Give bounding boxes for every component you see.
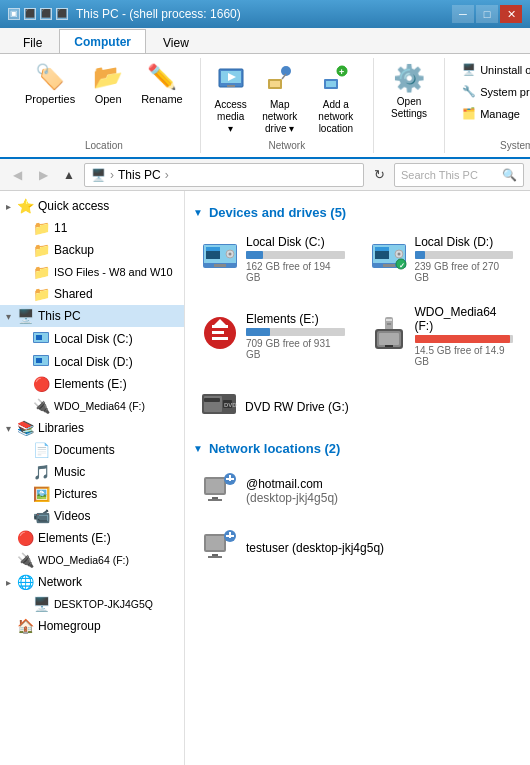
content-area: Devices and drives (5) Lo [185,191,530,765]
svg-rect-40 [387,323,391,325]
ribbon-group-items-system: 🖥️ Uninstall or chan... 🔧 System propert… [455,60,530,123]
map-network-drive-button[interactable]: Map networkdrive ▾ [255,60,305,138]
back-button[interactable]: ◀ [6,164,28,186]
tab-file[interactable]: File [8,31,57,53]
title-bar-icons: ▣ ⬛ ⬛ ⬛ [8,8,68,20]
access-media-icon [217,63,245,97]
tab-computer[interactable]: Computer [59,29,146,53]
uninstall-button[interactable]: 🖥️ Uninstall or chan... [455,60,530,79]
path-end-arrow: › [165,168,169,182]
sidebar-item-backup[interactable]: 📁 Backup [0,239,184,261]
system-properties-button[interactable]: 🔧 System properties [455,82,530,101]
network-hotmail-icon [202,471,238,510]
title-bar: ▣ ⬛ ⬛ ⬛ This PC - (shell process: 1660) … [0,0,530,28]
network-icon: 🌐 [16,574,34,590]
add-network-location-button[interactable]: + Add a networklocation [309,60,363,138]
sidebar-item-homegroup[interactable]: 🏠 Homegroup [0,615,184,637]
this-pc-icon: 🖥️ [16,308,34,324]
icon-e: 🔴 [32,376,50,392]
svg-text:✓: ✓ [398,261,404,268]
sidebar-item-network[interactable]: ▸ 🌐 Network [0,571,184,593]
drive-c-bar [246,251,263,259]
sidebar-item-elements-e2[interactable]: 🔴 Elements (E:) [0,527,184,549]
rename-icon: ✏️ [147,63,177,91]
drive-g-info: DVD RW Drive (G:) [245,400,514,416]
system-properties-label: System properties [480,86,530,98]
open-button[interactable]: 📂 Open [86,60,130,108]
sidebar-item-wdo-f2[interactable]: 🔌 WDO_Media64 (F:) [0,549,184,571]
refresh-button[interactable]: ↻ [368,164,390,186]
sidebar-item-local-c[interactable]: Local Disk (C:) [0,327,184,350]
sidebar-item-libraries[interactable]: ▾ 📚 Libraries [0,417,184,439]
manage-button[interactable]: 🗂️ Manage [455,104,527,123]
sidebar-item-quick-access[interactable]: ▸ ⭐ Quick access [0,195,184,217]
drive-c[interactable]: Local Disk (C:) 162 GB free of 194 GB [193,228,354,290]
sidebar-item-desktop[interactable]: 🖥️ DESKTOP-JKJ4G5Q [0,593,184,615]
drive-g[interactable]: DVD DVD RW Drive (G:) [193,382,522,433]
sidebar-item-videos[interactable]: 📹 Videos [0,505,184,527]
path-separator: › [110,168,114,182]
network-expander: ▸ [0,577,16,588]
drive-f-bar [415,335,511,343]
drive-f[interactable]: WDO_Media64 (F:) 14.5 GB free of 14.9 GB [362,298,523,374]
label-e2: Elements (E:) [38,531,111,545]
network-testuser[interactable]: testuser (desktop-jkj4g5q) [193,521,522,574]
svg-rect-5 [270,81,280,87]
svg-rect-36 [212,331,224,334]
open-settings-label: OpenSettings [391,96,427,120]
label-c: Local Disk (C:) [54,332,133,346]
sidebar-item-local-d[interactable]: Local Disk (D:) [0,350,184,373]
svg-rect-44 [385,345,393,347]
close-button[interactable]: ✕ [500,5,522,23]
sidebar-item-11[interactable]: 📁 11 [0,217,184,239]
svg-point-29 [397,252,400,255]
search-box[interactable]: Search This PC 🔍 [394,163,524,187]
svg-rect-37 [212,337,228,340]
ribbon-group-network: Accessmedia ▾ Map networkdrive ▾ [201,58,374,153]
drive-d[interactable]: ✓ Local Disk (D:) 239 GB free of 270 GB [362,228,523,290]
sidebar-item-elements-e[interactable]: 🔴 Elements (E:) [0,373,184,395]
sidebar-item-shared[interactable]: 📁 Shared [0,283,184,305]
open-settings-button[interactable]: ⚙️ OpenSettings [384,60,434,123]
sidebar-item-wdo-f[interactable]: 🔌 WDO_Media64 (F:) [0,395,184,417]
tab-view[interactable]: View [148,31,204,53]
system-group-label: System [500,140,530,151]
icon-desktop: 🖥️ [32,596,50,612]
drive-f-name: WDO_Media64 (F:) [415,305,514,333]
icon-iso: 📁 [32,264,50,280]
sidebar-item-this-pc[interactable]: ▾ 🖥️ This PC [0,305,184,327]
rename-button[interactable]: ✏️ Rename [134,60,190,108]
drive-c-info: Local Disk (C:) 162 GB free of 194 GB [246,235,345,283]
access-media-button[interactable]: Accessmedia ▾ [211,60,251,138]
sidebar-item-music[interactable]: 🎵 Music [0,461,184,483]
search-icon: 🔍 [502,168,517,182]
forward-button[interactable]: ▶ [32,164,54,186]
properties-label: Properties [25,93,75,105]
app-icon-4: ⬛ [56,8,68,20]
ribbon-group-settings: ⚙️ OpenSettings [374,58,445,153]
icon-documents: 📄 [32,442,50,458]
network-hotmail[interactable]: @hotmail.com (desktop-jkj4g5q) [193,464,522,517]
drive-d-icon: ✓ [371,240,407,279]
maximize-button[interactable]: □ [476,5,498,23]
network-hotmail-label: @hotmail.com (desktop-jkj4g5q) [246,477,338,505]
title-bar-controls: ─ □ ✕ [452,5,522,23]
drive-f-info: WDO_Media64 (F:) 14.5 GB free of 14.9 GB [415,305,514,367]
sidebar-item-iso[interactable]: 📁 ISO Files - W8 and W10 [0,261,184,283]
up-button[interactable]: ▲ [58,164,80,186]
search-placeholder: Search This PC [401,169,498,181]
sidebar-item-documents[interactable]: 📄 Documents [0,439,184,461]
drive-d-info: Local Disk (D:) 239 GB free of 270 GB [415,235,514,283]
drive-e-icon [202,315,238,358]
minimize-button[interactable]: ─ [452,5,474,23]
properties-button[interactable]: 🏷️ Properties [18,60,82,108]
svg-rect-59 [208,556,222,558]
add-network-location-label: Add a networklocation [316,99,356,135]
label-iso: ISO Files - W8 and W10 [54,266,173,278]
label-this-pc: This PC [38,309,81,323]
label-11: 11 [54,221,67,235]
devices-section-header: Devices and drives (5) [193,205,522,220]
address-path[interactable]: 🖥️ › This PC › [84,163,364,187]
sidebar-item-pictures[interactable]: 🖼️ Pictures [0,483,184,505]
drive-e[interactable]: Elements (E:) 709 GB free of 931 GB [193,298,354,374]
